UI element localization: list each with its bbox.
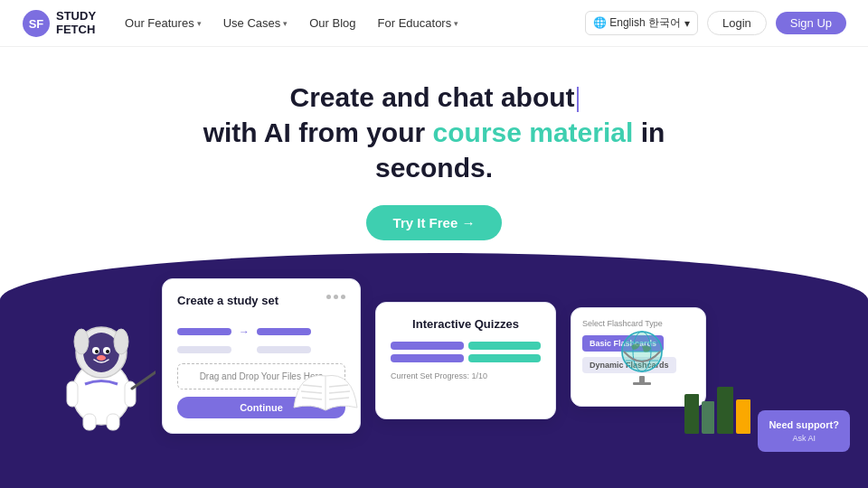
chevron-down-icon: ▾ [197,19,202,28]
globe-decoration [615,326,669,389]
nav-features[interactable]: Our Features ▾ [125,16,202,30]
svg-point-15 [95,350,99,353]
quiz-row-1 [391,342,541,350]
nav-links: Our Features ▾ Use Cases ▾ Our Blog For … [125,16,585,30]
book-4 [736,399,750,434]
globe-icon [615,326,669,385]
quiz-pill-blue-1 [391,342,464,350]
quiz-progress-label: Current Set Progress: 1/10 [391,371,541,380]
nav-right: 🌐 English 한국어 ▾ Login Sign Up [585,11,846,35]
svg-rect-20 [67,381,78,407]
book-3 [717,387,733,434]
card-menu-dots[interactable] [326,295,345,299]
card-study-title: Create a study set [177,294,278,307]
quiz-row-2 [391,354,541,362]
line-block-gray-2 [257,346,311,353]
logo-text: STUDY FETCH [56,10,96,36]
svg-point-16 [106,350,109,353]
support-badge[interactable]: Need support? Ask AI [758,410,850,452]
quiz-card-title: Interactive Quizzes [391,317,541,331]
lines-row-1: → [177,325,345,338]
quiz-pill-green-1 [468,342,542,350]
open-book-decoration [289,367,362,416]
line-block [177,328,231,335]
lines-row-2: → [177,343,345,356]
chevron-down-icon: ▾ [454,19,458,28]
quiz-pill-blue-2 [391,354,464,362]
svg-rect-2 [639,376,645,383]
chevron-down-icon: ▾ [684,17,690,30]
books-decoration [684,387,750,434]
support-title: Need support? [769,418,839,433]
nav-blog[interactable]: Our Blog [309,16,355,30]
svg-point-17 [97,355,106,361]
svg-point-19 [114,329,128,354]
dog-mascot [47,298,156,434]
svg-rect-3 [633,382,651,385]
support-subtitle: Ask AI [769,433,839,446]
open-book-svg [289,367,362,412]
nav-educators[interactable]: For Educators ▾ [378,16,459,30]
logo-icon: SF [22,9,51,38]
svg-point-18 [74,329,89,354]
signup-button[interactable]: Sign Up [776,12,846,34]
mascot-svg [47,298,156,434]
nav-use-cases[interactable]: Use Cases ▾ [223,16,288,30]
hero-section: Create and chat about with AI from your … [0,47,868,258]
navbar: SF STUDY FETCH Our Features ▾ Use Cases … [0,0,868,47]
try-free-button[interactable]: Try It Free → [366,205,503,240]
svg-rect-24 [107,414,119,430]
svg-line-22 [132,366,156,389]
svg-text:SF: SF [29,17,44,31]
line-block-2 [257,328,311,335]
book-1 [684,394,699,434]
login-button[interactable]: Login [707,11,767,35]
logo[interactable]: SF STUDY FETCH [22,9,96,38]
book-2 [702,401,714,434]
chevron-down-icon: ▾ [283,19,288,28]
svg-rect-21 [125,381,136,407]
hero-heading: Create and chat about with AI from your … [22,80,846,185]
cursor-blink [577,87,579,112]
quiz-rows [391,342,541,362]
quiz-pill-green-2 [468,354,542,362]
quiz-card: Interactive Quizzes Current Set Progress… [375,302,556,419]
svg-rect-23 [83,414,96,430]
line-block-gray [177,346,231,353]
arrow-right-icon: → [239,325,250,338]
language-selector[interactable]: 🌐 English 한국어 ▾ [585,11,698,35]
